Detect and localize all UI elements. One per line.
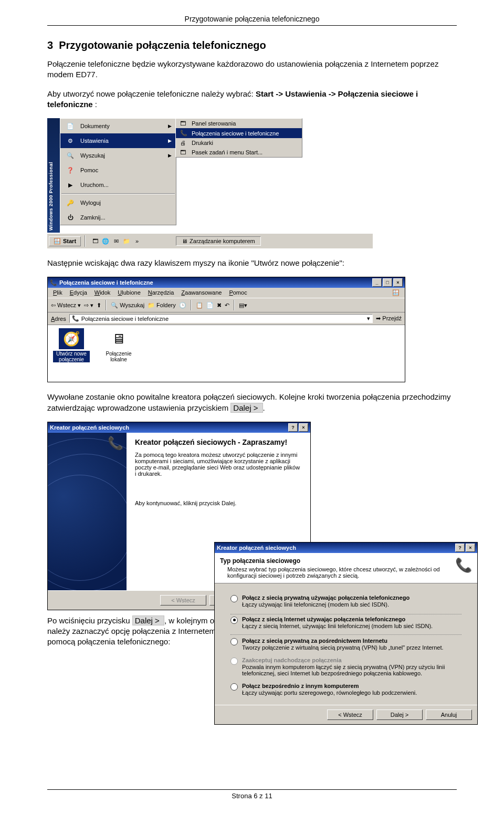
ql-chevron-icon[interactable]: » bbox=[133, 237, 141, 245]
menu-item-icon: 🔍 bbox=[65, 151, 76, 160]
computer-mgmt-icon: 🖥 bbox=[182, 238, 187, 244]
menu-item-label: Ustawienia bbox=[80, 138, 109, 144]
connection-type-option: Zaakceptuj nadchodzące połączeniaPozwala… bbox=[230, 657, 461, 680]
submenu-item[interactable]: 📞Połączenia sieciowe i telefoniczne bbox=[176, 128, 302, 138]
move-button[interactable]: 📋 bbox=[196, 302, 203, 309]
submenu-item[interactable]: 🗔Panel sterowania bbox=[176, 119, 302, 128]
back-button[interactable]: ⇦ Wstecz ▾ bbox=[51, 302, 81, 309]
menu-widok[interactable]: Widok bbox=[91, 289, 114, 297]
wizard1-close-button[interactable]: × bbox=[299, 423, 308, 432]
views-button[interactable]: ▤▾ bbox=[239, 302, 247, 309]
start-menu-item[interactable]: 🔍Wyszukaj▶ bbox=[60, 148, 176, 163]
maximize-button[interactable]: □ bbox=[383, 278, 392, 287]
running-header: Przygotowanie połączenia telefonicznego bbox=[47, 15, 457, 26]
address-field[interactable]: 📞 Połączenia sieciowe i telefoniczne ▾ bbox=[69, 314, 373, 323]
minimize-button[interactable]: _ bbox=[372, 278, 382, 287]
up-button[interactable]: ⬆ bbox=[97, 302, 101, 309]
submenu-item-label: Pasek zadań i menu Start... bbox=[192, 149, 262, 155]
menu-item-icon: ⏻ bbox=[65, 213, 76, 222]
address-value: Połączenia sieciowe i telefoniczne bbox=[81, 316, 169, 322]
wizard2-head-title: Typ połączenia sieciowego bbox=[220, 557, 455, 565]
submenu-item[interactable]: 🗔Pasek zadań i menu Start... bbox=[176, 148, 302, 157]
menu-plik[interactable]: Plik bbox=[50, 289, 66, 297]
start-button[interactable]: 🪟 Start bbox=[49, 236, 81, 246]
menu-narzędzia[interactable]: Narzędzia bbox=[145, 289, 177, 297]
explorer-item[interactable]: 🖥Połączenie lokalne bbox=[100, 328, 137, 379]
close-button[interactable]: × bbox=[393, 278, 403, 287]
wizard1-help-button[interactable]: ? bbox=[288, 423, 298, 432]
start-menu-item[interactable]: ❓Pomoc bbox=[60, 163, 176, 178]
start-menu-item[interactable]: ⏻Zamknij... bbox=[60, 210, 176, 225]
radio-button[interactable] bbox=[230, 595, 238, 602]
submenu-item-label: Drukarki bbox=[192, 140, 213, 146]
wizard2-close-button[interactable]: × bbox=[466, 544, 475, 552]
radio-button bbox=[230, 658, 238, 665]
explorer-titlebar: 📞 Połączenia sieciowe i telefoniczne _ □… bbox=[48, 277, 405, 288]
page-footer: Strona 6 z 11 bbox=[47, 789, 457, 800]
ql-explorer-icon[interactable]: 📁 bbox=[122, 237, 131, 245]
taskbar-separator bbox=[85, 235, 86, 247]
start-label: Start bbox=[63, 238, 76, 244]
undo-button[interactable]: ↶ bbox=[225, 302, 229, 309]
connection-type-option[interactable]: Połącz z siecią Internet używając połącz… bbox=[230, 616, 433, 633]
wizard1-back-button: < Wstecz bbox=[160, 595, 206, 606]
menu-pomoc[interactable]: Pomoc bbox=[226, 289, 250, 297]
radio-button[interactable] bbox=[230, 617, 238, 624]
explorer-menubar: PlikEdycjaWidokUlubioneNarzędziaZaawanso… bbox=[48, 288, 405, 298]
section-title: Przygotowanie połączenia telefonicznego bbox=[59, 39, 266, 51]
paragraph-5a: Po wciśnięciu przycisku bbox=[47, 616, 132, 625]
copy-button[interactable]: 📄 bbox=[206, 302, 214, 309]
start-menu-item[interactable]: ⚙Ustawienia▶ bbox=[60, 133, 176, 148]
option-desc: Pozwala innym komputerom łączyć się z si… bbox=[242, 663, 461, 680]
wizard2-back-button[interactable]: < Wstecz bbox=[327, 709, 373, 720]
forward-button[interactable]: ⇨ ▾ bbox=[84, 302, 93, 309]
wizard2-header: Typ połączenia sieciowego Możesz wybrać … bbox=[215, 553, 477, 583]
search-button[interactable]: 🔍 Wyszukaj bbox=[111, 302, 144, 309]
taskbar-app-button[interactable]: 🖥 Zarządzanie komputerem bbox=[176, 236, 261, 246]
submenu-item[interactable]: 🖨Drukarki bbox=[176, 138, 302, 148]
delete-button[interactable]: ✖ bbox=[217, 302, 222, 309]
paragraph-1: Połączenie telefoniczne będzie wykorzyst… bbox=[47, 59, 457, 80]
explorer-title: Połączenia sieciowe i telefoniczne bbox=[59, 279, 153, 286]
start-menu-item[interactable]: 🔑Wyloguj bbox=[60, 195, 176, 210]
wizard2-head-sub: Możesz wybrać typ połączenia sieciowego,… bbox=[220, 565, 455, 579]
folders-label: Foldery bbox=[156, 302, 176, 308]
radio-button[interactable] bbox=[230, 683, 238, 691]
go-button[interactable]: ➡ Przejdź bbox=[376, 315, 402, 322]
screenshot-explorer: 📞 Połączenia sieciowe i telefoniczne _ □… bbox=[47, 277, 405, 382]
menu-item-label: Dokumenty bbox=[80, 123, 110, 129]
paragraph-2c: : bbox=[95, 100, 97, 109]
connection-type-option[interactable]: Połącz bezpośrednio z innym komputeremŁą… bbox=[230, 683, 461, 700]
paragraph-2a: Aby utworzyć nowe połączenie telefoniczn… bbox=[47, 89, 256, 98]
wizard2-next-button[interactable]: Dalej > bbox=[376, 709, 423, 720]
ql-ie-icon[interactable]: 🌐 bbox=[101, 237, 110, 245]
start-menu-item[interactable]: 📄Dokumenty▶ bbox=[60, 119, 176, 133]
screenshot-start-menu: Windows 2000 Professional 📄Dokumenty▶⚙Us… bbox=[47, 118, 373, 247]
connection-type-option[interactable]: Połącz z siecią prywatną za pośrednictwe… bbox=[230, 638, 461, 654]
wizard2-cancel-button[interactable]: Anuluj bbox=[426, 709, 472, 720]
folders-button[interactable]: 📁 Foldery bbox=[148, 302, 176, 309]
menu-item-icon: ❓ bbox=[65, 165, 76, 175]
explorer-item[interactable]: 🧭Utwórz nowe połączenie bbox=[53, 328, 90, 379]
wizard1-titlebar: Kreator połączeń sieciowych ? × bbox=[48, 422, 310, 433]
submenu-item-label: Połączenia sieciowe i telefoniczne bbox=[192, 130, 279, 137]
menu-item-icon: 🔑 bbox=[65, 198, 76, 207]
option-title: Połącz bezpośrednio z innym komputerem bbox=[242, 683, 417, 689]
menu-ulubione[interactable]: Ulubione bbox=[114, 289, 143, 297]
wizard2-buttonbar: < Wstecz Dalej > Anuluj bbox=[215, 705, 477, 724]
history-button[interactable]: 🕒 bbox=[179, 302, 186, 309]
menu-zaawansowane[interactable]: Zaawansowane bbox=[178, 289, 225, 297]
ql-outlook-icon[interactable]: ✉ bbox=[112, 237, 120, 245]
start-menu-item[interactable]: ▶Uruchom... bbox=[60, 178, 176, 192]
search-label: Wyszukaj bbox=[120, 302, 144, 308]
dropdown-icon[interactable]: ▾ bbox=[367, 315, 370, 322]
menu-edycja[interactable]: Edycja bbox=[67, 289, 90, 297]
wizard2-help-button[interactable]: ? bbox=[455, 544, 465, 552]
radio-button[interactable] bbox=[230, 638, 238, 645]
taskbar: 🪟 Start 🗔 🌐 ✉ 📁 » 🖥 Zarządzanie komputer… bbox=[47, 233, 373, 248]
menu-item-label: Zamknij... bbox=[80, 214, 106, 221]
start-submenu-panel: 🗔Panel sterowania📞Połączenia sieciowe i … bbox=[175, 118, 302, 158]
connection-type-option[interactable]: Połącz z siecią prywatną używając połącz… bbox=[230, 594, 461, 611]
ql-desktop-icon[interactable]: 🗔 bbox=[91, 237, 99, 245]
submenu-item-icon: 📞 bbox=[180, 130, 188, 137]
